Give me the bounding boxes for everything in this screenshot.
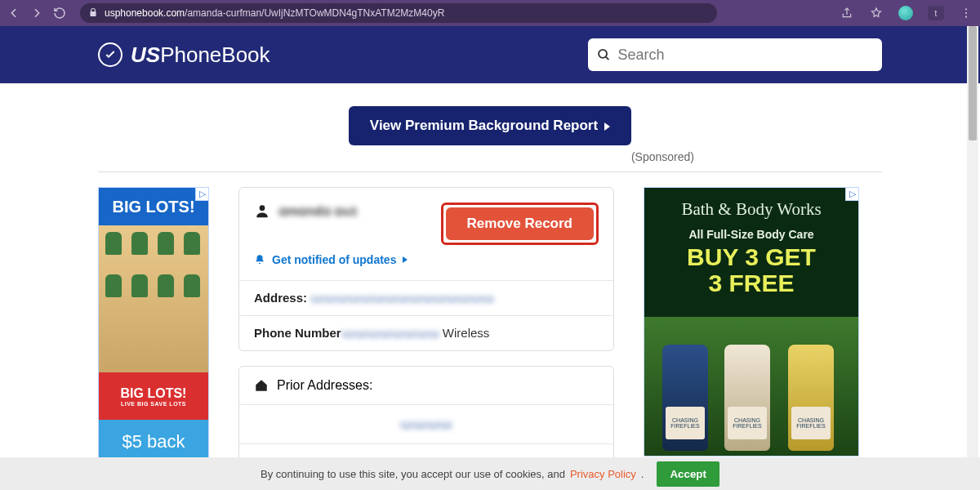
- search-input[interactable]: [617, 47, 874, 64]
- kebab-menu-icon[interactable]: [959, 6, 973, 20]
- address-value: ɯɯɯɯɯɯɯɯɯɯɯɯɯɯɯ: [310, 291, 494, 305]
- ad-bottle: CHASING FIREFLIES: [662, 345, 708, 451]
- ad-right-line1: All Full-Size Body Care: [688, 228, 813, 241]
- record-name: ɑmɑndɑ ɑu±: [278, 203, 358, 219]
- ad-bottle: CHASING FIREFLIES: [788, 345, 834, 451]
- svg-point-3: [599, 50, 607, 58]
- page-content: View Premium Background Report (Sponsore…: [0, 83, 980, 490]
- reload-button[interactable]: [52, 6, 67, 20]
- record-column: ɑmɑndɑ ɑu± Remove Record Get notified of…: [238, 187, 614, 490]
- ad-right-headline: BUY 3 GET3 FREE: [687, 244, 816, 296]
- logo-check-icon: [98, 42, 122, 67]
- ad-left[interactable]: ▷ BIG LOTS! BIG LOTS!LIVE BIG SAVE LOTS …: [98, 187, 209, 465]
- ad-left-image: [99, 225, 208, 372]
- search-icon: [596, 47, 611, 63]
- prior-address-row: ɯɯɯɯ: [239, 404, 613, 443]
- ad-info-icon[interactable]: ▷: [195, 188, 208, 201]
- svg-point-0: [965, 8, 967, 10]
- site-search[interactable]: [588, 38, 882, 71]
- remove-record-highlight: Remove Record: [441, 203, 599, 245]
- extension-badge[interactable]: t: [928, 6, 944, 20]
- caret-right-icon: [604, 122, 610, 131]
- svg-point-4: [260, 205, 265, 211]
- share-icon[interactable]: [840, 6, 854, 20]
- ad-right[interactable]: ▷ Bath & Body Works All Full-Size Body C…: [644, 187, 859, 457]
- forward-button[interactable]: [29, 6, 44, 20]
- cookie-text: By continuing to use this site, you acce…: [261, 468, 565, 480]
- prior-addresses-heading: Prior Addresses:: [239, 367, 613, 404]
- privacy-policy-link[interactable]: Privacy Policy: [570, 468, 636, 480]
- profile-avatar[interactable]: [898, 6, 913, 20]
- svg-point-2: [965, 16, 967, 18]
- bell-icon: [254, 254, 265, 265]
- phone-type: Wireless: [443, 326, 490, 340]
- ad-info-icon[interactable]: ▷: [845, 188, 858, 201]
- bookmark-star-icon[interactable]: [869, 6, 884, 20]
- premium-report-button[interactable]: View Premium Background Report: [349, 106, 631, 145]
- lock-icon: [88, 7, 98, 20]
- record-card: ɑmɑndɑ ɑu± Remove Record Get notified of…: [238, 187, 614, 351]
- ad-left-brand: BIG LOTS!: [99, 188, 208, 225]
- record-identity-row: ɑmɑndɑ ɑu± Remove Record: [239, 188, 613, 250]
- cookie-banner: By continuing to use this site, you acce…: [0, 457, 980, 490]
- caret-right-icon: [403, 256, 408, 263]
- ad-bottle: CHASING FIREFLIES: [724, 345, 770, 451]
- ad-right-brand: Bath & Body Works: [681, 199, 821, 220]
- notify-updates-link[interactable]: Get notified of updates: [254, 253, 408, 266]
- person-icon: [254, 203, 270, 219]
- address-row: Address: ɯɯɯɯɯɯɯɯɯɯɯɯɯɯɯ: [239, 280, 613, 315]
- address-bar[interactable]: usphonebook.com/amanda-curfman/UwIjNzMTO…: [80, 3, 717, 23]
- site-logo[interactable]: USPhoneBook: [98, 42, 270, 68]
- svg-point-1: [965, 12, 967, 14]
- browser-toolbar: usphonebook.com/amanda-curfman/UwIjNzMTO…: [0, 0, 980, 26]
- home-icon: [254, 378, 269, 393]
- url-text: usphonebook.com/amanda-curfman/UwIjNzMTO…: [105, 7, 444, 19]
- site-header: USPhoneBook: [0, 26, 980, 83]
- logo-text: USPhoneBook: [131, 42, 270, 68]
- remove-record-button[interactable]: Remove Record: [446, 207, 594, 240]
- ad-left-red: BIG LOTS!LIVE BIG SAVE LOTS: [99, 372, 208, 420]
- phone-value: ɯɯɯɯɯɯɯɯ: [341, 326, 439, 340]
- cookie-accept-button[interactable]: Accept: [657, 461, 719, 487]
- phone-row: Phone Numberɯɯɯɯɯɯɯɯ Wireless: [239, 315, 613, 350]
- back-button[interactable]: [7, 6, 21, 20]
- section-divider: [98, 172, 882, 172]
- sponsored-label: (Sponsored): [98, 150, 694, 163]
